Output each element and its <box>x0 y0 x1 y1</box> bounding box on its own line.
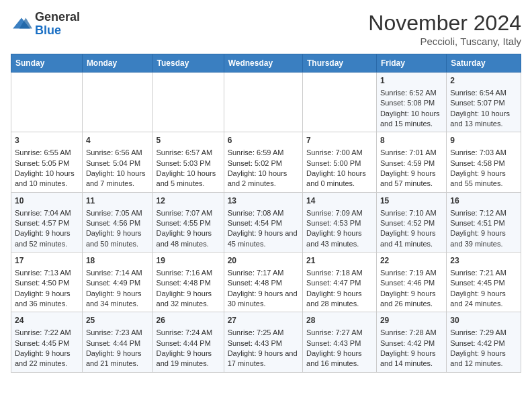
day-info: Daylight: 10 hours and 10 minutes. <box>15 169 79 189</box>
calendar-cell: 1Sunrise: 6:52 AMSunset: 5:08 PMDaylight… <box>376 73 446 132</box>
day-number: 26 <box>157 315 220 326</box>
day-info: Sunrise: 7:19 AM <box>380 268 443 278</box>
calendar-cell: 28Sunrise: 7:27 AMSunset: 4:43 PMDayligh… <box>303 312 377 372</box>
calendar-cell: 8Sunrise: 7:01 AMSunset: 4:59 PMDaylight… <box>376 132 446 192</box>
day-info: Sunset: 4:45 PM <box>15 338 79 349</box>
calendar-cell <box>303 73 377 132</box>
calendar-cell <box>11 73 83 132</box>
day-info: Sunrise: 7:18 AM <box>306 268 373 278</box>
day-info: Daylight: 10 hours and 13 minutes. <box>450 109 517 130</box>
day-info: Sunset: 5:08 PM <box>380 98 443 108</box>
page-header: General Blue November 2024 Peccioli, Tus… <box>11 11 521 47</box>
day-header-tuesday: Tuesday <box>152 54 224 73</box>
calendar-week-row: 1Sunrise: 6:52 AMSunset: 5:08 PMDaylight… <box>11 73 521 132</box>
day-info: Sunrise: 6:52 AM <box>380 88 443 98</box>
day-number: 24 <box>15 315 79 326</box>
day-info: Sunset: 4:49 PM <box>86 278 149 288</box>
day-number: 30 <box>450 315 517 326</box>
day-info: Sunrise: 7:25 AM <box>228 328 299 338</box>
day-info: Sunset: 4:58 PM <box>450 158 517 169</box>
calendar-cell: 26Sunrise: 7:24 AMSunset: 4:44 PMDayligh… <box>152 312 224 372</box>
location-subtitle: Peccioli, Tuscany, Italy <box>368 36 521 47</box>
day-info: Sunrise: 7:07 AM <box>157 208 220 218</box>
day-info: Sunrise: 7:04 AM <box>15 208 79 218</box>
day-number: 27 <box>228 315 299 326</box>
day-header-friday: Friday <box>376 54 446 73</box>
day-header-wednesday: Wednesday <box>224 54 302 73</box>
day-info: Sunset: 4:46 PM <box>380 278 443 288</box>
day-info: Sunrise: 6:56 AM <box>86 148 149 158</box>
calendar-cell <box>224 73 302 132</box>
calendar-cell: 9Sunrise: 7:03 AMSunset: 4:58 PMDaylight… <box>447 132 521 192</box>
calendar-table: SundayMondayTuesdayWednesdayThursdayFrid… <box>11 54 521 373</box>
day-info: Daylight: 9 hours and 28 minutes. <box>306 289 373 310</box>
day-info: Daylight: 9 hours and 34 minutes. <box>86 289 149 310</box>
calendar-cell: 16Sunrise: 7:12 AMSunset: 4:51 PMDayligh… <box>447 192 521 252</box>
day-info: Daylight: 9 hours and 50 minutes. <box>86 228 149 249</box>
day-info: Sunset: 4:47 PM <box>306 278 373 288</box>
day-info: Sunrise: 7:24 AM <box>157 328 220 338</box>
day-info: Sunset: 4:59 PM <box>380 158 443 169</box>
calendar-cell: 21Sunrise: 7:18 AMSunset: 4:47 PMDayligh… <box>303 253 377 312</box>
day-info: Sunset: 4:52 PM <box>380 218 443 228</box>
day-info: Daylight: 9 hours and 52 minutes. <box>15 228 79 249</box>
calendar-cell: 24Sunrise: 7:22 AMSunset: 4:45 PMDayligh… <box>11 312 83 372</box>
day-info: Sunset: 4:56 PM <box>86 218 149 228</box>
day-info: Sunset: 4:45 PM <box>450 278 517 288</box>
calendar-cell: 14Sunrise: 7:09 AMSunset: 4:53 PMDayligh… <box>303 192 377 252</box>
day-number: 25 <box>86 315 149 326</box>
day-number: 11 <box>86 195 149 207</box>
day-info: Daylight: 9 hours and 36 minutes. <box>15 289 79 310</box>
day-header-sunday: Sunday <box>11 54 83 73</box>
day-number: 4 <box>86 135 149 146</box>
calendar-cell: 17Sunrise: 7:13 AMSunset: 4:50 PMDayligh… <box>11 253 83 312</box>
day-info: Sunrise: 7:12 AM <box>450 208 517 218</box>
logo-blue: Blue <box>35 24 61 37</box>
logo-icon <box>11 13 32 35</box>
day-number: 21 <box>306 255 373 267</box>
calendar-cell: 20Sunrise: 7:17 AMSunset: 4:48 PMDayligh… <box>224 253 302 312</box>
day-info: Sunset: 5:02 PM <box>228 158 299 169</box>
day-info: Daylight: 10 hours and 2 minutes. <box>228 169 299 189</box>
calendar-header-row: SundayMondayTuesdayWednesdayThursdayFrid… <box>11 54 521 73</box>
day-header-saturday: Saturday <box>447 54 521 73</box>
day-info: Daylight: 9 hours and 26 minutes. <box>380 289 443 310</box>
calendar-cell <box>82 73 152 132</box>
day-info: Sunrise: 7:21 AM <box>450 268 517 278</box>
calendar-cell: 10Sunrise: 7:04 AMSunset: 4:57 PMDayligh… <box>11 192 83 252</box>
day-info: Daylight: 9 hours and 12 minutes. <box>450 349 517 369</box>
day-info: Sunrise: 7:10 AM <box>380 208 443 218</box>
day-number: 2 <box>450 75 517 87</box>
day-number: 17 <box>15 255 79 267</box>
calendar-cell: 18Sunrise: 7:14 AMSunset: 4:49 PMDayligh… <box>82 253 152 312</box>
calendar-cell: 22Sunrise: 7:19 AMSunset: 4:46 PMDayligh… <box>376 253 446 312</box>
day-info: Sunrise: 7:29 AM <box>450 328 517 338</box>
month-title: November 2024 <box>368 11 521 36</box>
day-info: Sunset: 4:42 PM <box>380 338 443 349</box>
day-info: Sunrise: 7:05 AM <box>86 208 149 218</box>
day-number: 6 <box>228 135 299 146</box>
day-info: Sunset: 4:44 PM <box>86 338 149 349</box>
day-info: Daylight: 10 hours and 0 minutes. <box>306 169 373 189</box>
day-info: Sunrise: 6:57 AM <box>157 148 220 158</box>
day-info: Sunrise: 7:17 AM <box>228 268 299 278</box>
day-info: Sunset: 4:57 PM <box>15 218 79 228</box>
day-info: Daylight: 9 hours and 16 minutes. <box>306 349 373 369</box>
calendar-cell: 12Sunrise: 7:07 AMSunset: 4:55 PMDayligh… <box>152 192 224 252</box>
day-info: Sunset: 5:03 PM <box>157 158 220 169</box>
day-info: Daylight: 10 hours and 15 minutes. <box>380 109 443 130</box>
day-number: 3 <box>15 135 79 146</box>
calendar-cell: 3Sunrise: 6:55 AMSunset: 5:05 PMDaylight… <box>11 132 83 192</box>
calendar-cell: 7Sunrise: 7:00 AMSunset: 5:00 PMDaylight… <box>303 132 377 192</box>
day-info: Sunrise: 7:01 AM <box>380 148 443 158</box>
calendar-cell: 25Sunrise: 7:23 AMSunset: 4:44 PMDayligh… <box>82 312 152 372</box>
calendar-cell: 4Sunrise: 6:56 AMSunset: 5:04 PMDaylight… <box>82 132 152 192</box>
day-info: Sunset: 4:53 PM <box>306 218 373 228</box>
logo-general: General <box>35 10 80 24</box>
day-info: Sunrise: 6:54 AM <box>450 88 517 98</box>
calendar-week-row: 3Sunrise: 6:55 AMSunset: 5:05 PMDaylight… <box>11 132 521 192</box>
day-number: 29 <box>380 315 443 326</box>
day-info: Sunrise: 6:55 AM <box>15 148 79 158</box>
day-number: 22 <box>380 255 443 267</box>
day-number: 14 <box>306 195 373 207</box>
